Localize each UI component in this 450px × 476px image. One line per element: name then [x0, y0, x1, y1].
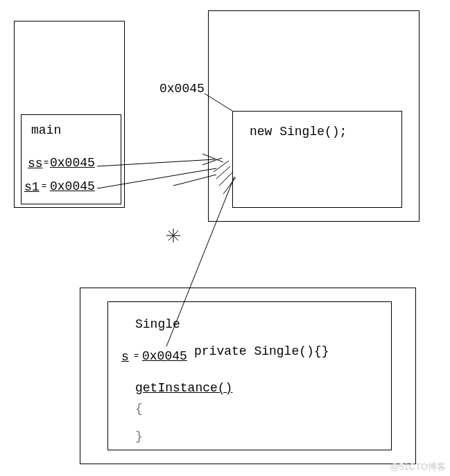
s-eq-label: =	[134, 351, 139, 361]
ss-var-label: ss	[28, 157, 43, 172]
main-label: main	[31, 123, 61, 139]
watermark-label: @51CTO博客	[390, 461, 446, 473]
heap-address-label: 0x0045	[159, 82, 205, 97]
s1-eq-label: =	[42, 182, 46, 191]
ss-value-label: 0x0045	[50, 156, 95, 171]
s1-var-label: s1	[24, 180, 40, 195]
brace-close-label: }	[135, 430, 143, 445]
brace-open-label: {	[135, 402, 143, 417]
s-var-label: s	[121, 350, 129, 365]
ss-eq-label: =	[44, 158, 49, 168]
private-single-label: private Single(){}	[194, 344, 329, 360]
crosshair-icon	[166, 229, 180, 243]
s1-value-label: 0x0045	[50, 179, 95, 195]
s-value-label: 0x0045	[142, 349, 187, 364]
single-class-label: Single	[135, 317, 180, 333]
svg-line-2	[168, 231, 178, 240]
getinstance-label: getInstance()	[135, 381, 232, 396]
svg-line-3	[168, 231, 178, 240]
new-single-label: new Single();	[250, 125, 347, 140]
